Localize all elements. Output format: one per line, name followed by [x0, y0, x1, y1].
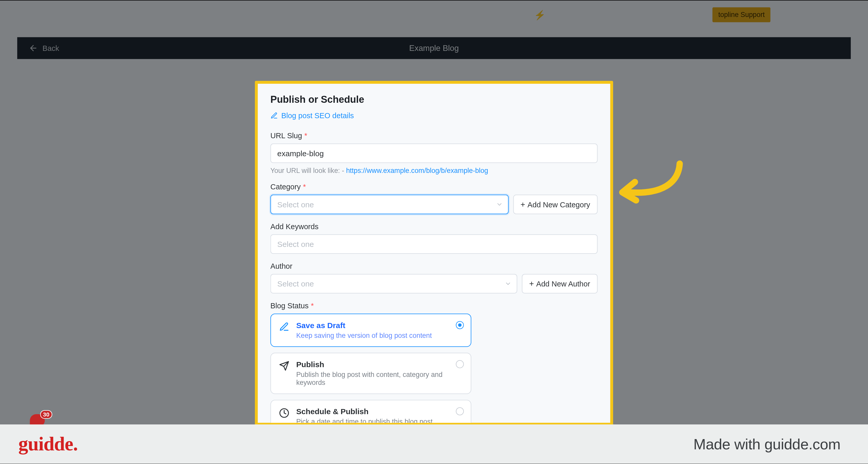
send-icon [279, 361, 289, 371]
category-placeholder: Select one [277, 200, 314, 209]
author-label: Author [271, 262, 292, 270]
author-group: Author Select one + Add New Author [271, 262, 598, 293]
status-draft-desc: Keep saving the version of blog post con… [296, 331, 463, 339]
page-header: Back Example Blog [17, 37, 851, 59]
required-star: * [304, 132, 307, 140]
clock-icon [279, 408, 289, 418]
status-schedule-title: Schedule & Publish [296, 407, 463, 416]
status-publish-desc: Publish the blog post with content, cate… [296, 371, 463, 387]
add-category-button[interactable]: + Add New Category [513, 195, 598, 214]
status-option-schedule[interactable]: Schedule & Publish Pick a date and time … [271, 400, 471, 426]
url-slug-input[interactable] [271, 144, 598, 163]
support-button[interactable]: topline Support [712, 7, 770, 22]
author-select[interactable]: Select one [271, 274, 517, 293]
author-placeholder: Select one [277, 280, 314, 288]
url-slug-label: URL Slug [271, 132, 302, 140]
plus-icon: + [529, 280, 534, 288]
radio-indicator [456, 407, 464, 415]
category-select[interactable]: Select one [271, 195, 509, 214]
status-draft-title: Save as Draft [296, 321, 463, 330]
status-group: Blog Status * Save as Draft Keep saving … [271, 301, 598, 426]
made-with-label: Made with guidde.com [693, 435, 841, 453]
page-title: Example Blog [17, 44, 851, 53]
chevron-down-icon [496, 201, 503, 208]
guidde-ribbon: guidde. Made with guidde.com [0, 425, 868, 463]
status-label: Blog Status [271, 301, 309, 310]
keywords-group: Add Keywords Select one [271, 222, 598, 254]
category-group: Category * Select one + Add New Category [271, 183, 598, 214]
add-author-label: Add New Author [536, 280, 590, 288]
category-label: Category [271, 183, 301, 192]
publish-panel: Publish or Schedule Blog post SEO detail… [255, 81, 613, 426]
keywords-label: Add Keywords [271, 222, 319, 231]
radio-indicator [456, 321, 464, 329]
seo-details-link[interactable]: Blog post SEO details [271, 111, 354, 120]
pencil-icon [271, 112, 278, 119]
radio-indicator [456, 360, 464, 368]
required-star: * [303, 183, 306, 192]
plus-icon: + [521, 200, 525, 208]
url-preview-link[interactable]: https://www.example.com/blog/b/example-b… [346, 167, 488, 174]
pencil-icon [279, 322, 289, 332]
add-category-label: Add New Category [527, 200, 590, 209]
url-slug-group: URL Slug * Your URL will look like: - ht… [271, 132, 598, 175]
top-toolbar: ⚡ topline Support [17, 7, 851, 23]
status-option-draft[interactable]: Save as Draft Keep saving the version of… [271, 314, 471, 347]
status-option-publish[interactable]: Publish Publish the blog post with conte… [271, 353, 471, 394]
status-publish-title: Publish [296, 360, 463, 369]
seo-link-label: Blog post SEO details [281, 111, 354, 120]
keywords-select[interactable]: Select one [271, 234, 598, 254]
add-author-button[interactable]: + Add New Author [522, 274, 598, 293]
guidde-brand: guidde. [19, 433, 78, 455]
panel-title: Publish or Schedule [271, 94, 598, 106]
keywords-placeholder: Select one [277, 240, 314, 249]
required-star: * [311, 301, 314, 310]
lightning-icon: ⚡ [534, 9, 546, 20]
url-slug-hint: Your URL will look like: - https://www.e… [271, 167, 598, 174]
chevron-down-icon [504, 280, 512, 287]
